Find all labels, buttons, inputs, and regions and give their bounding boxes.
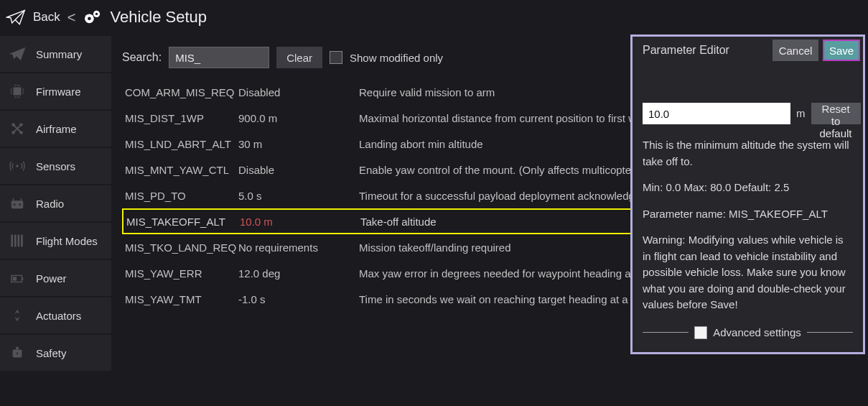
sidebar: Summary Firmware Airframe Sensors Radio … — [0, 36, 111, 372]
save-button[interactable]: Save — [823, 40, 860, 61]
chip-icon — [6, 81, 29, 101]
svg-point-9 — [16, 165, 19, 167]
app-logo-icon — [6, 9, 26, 26]
sidebar-item-sensors[interactable]: Sensors — [0, 148, 111, 184]
editor-description: This is the minimum altitude the system … — [643, 137, 853, 170]
back-link[interactable]: Back — [33, 10, 60, 24]
sidebar-item-summary[interactable]: Summary — [0, 36, 111, 72]
sidebar-item-label: Actuators — [36, 310, 81, 322]
svg-point-3 — [95, 13, 98, 15]
battery-icon — [6, 268, 29, 288]
svg-rect-4 — [14, 88, 22, 96]
page-title: Vehicle Setup — [110, 8, 207, 27]
sidebar-item-flight-modes[interactable]: Flight Modes — [0, 223, 111, 259]
paper-plane-icon — [6, 44, 29, 64]
search-input[interactable] — [169, 47, 269, 68]
parameter-editor-panel: Parameter Editor Cancel Save m Reset to … — [630, 34, 865, 354]
breadcrumb-separator: < — [67, 9, 76, 26]
show-modified-checkbox[interactable] — [330, 51, 342, 64]
sidebar-item-radio[interactable]: Radio — [0, 185, 111, 221]
sidebar-item-label: Airframe — [36, 123, 77, 135]
safety-icon — [6, 343, 29, 363]
svg-point-1 — [88, 17, 92, 21]
sidebar-item-firmware[interactable]: Firmware — [0, 73, 111, 109]
editor-title: Parameter Editor — [643, 44, 768, 57]
editor-body: m Reset to default This is the minimum a… — [633, 64, 863, 341]
sidebar-item-label: Power — [36, 272, 67, 285]
search-label: Search: — [122, 51, 162, 64]
sidebar-item-actuators[interactable]: Actuators — [0, 297, 111, 333]
divider — [807, 332, 853, 333]
sidebar-item-label: Firmware — [36, 86, 81, 98]
show-modified-label: Show modified only — [350, 52, 443, 64]
actuators-icon — [6, 305, 29, 326]
app-header: Back < Vehicle Setup — [0, 0, 868, 34]
unit-label: m — [796, 103, 806, 124]
svg-rect-10 — [11, 200, 24, 208]
svg-point-11 — [14, 203, 17, 206]
sidebar-item-label: Flight Modes — [36, 235, 98, 247]
svg-rect-15 — [13, 277, 17, 281]
sidebar-item-label: Sensors — [36, 160, 75, 172]
sensors-icon — [6, 156, 29, 176]
back-label: Back — [33, 10, 60, 24]
sidebar-item-label: Safety — [36, 347, 67, 359]
cancel-button[interactable]: Cancel — [773, 40, 818, 61]
settings-icon — [83, 9, 103, 25]
svg-point-12 — [19, 203, 22, 206]
clear-button[interactable]: Clear — [276, 47, 322, 68]
divider — [643, 332, 689, 333]
sidebar-item-label: Summary — [36, 48, 82, 60]
sidebar-item-airframe[interactable]: Airframe — [0, 111, 111, 147]
value-input[interactable] — [643, 103, 790, 124]
airframe-icon — [6, 119, 29, 139]
sidebar-item-safety[interactable]: Safety — [0, 335, 111, 371]
svg-rect-14 — [22, 277, 23, 280]
editor-header: Parameter Editor Cancel Save — [633, 37, 863, 64]
editor-param-name: Parameter name: MIS_TAKEOFF_ALT — [643, 206, 853, 223]
editor-warning: Warning: Modifying values while vehicle … — [643, 232, 853, 313]
reset-button[interactable]: Reset to default — [811, 103, 861, 124]
advanced-checkbox[interactable] — [694, 326, 707, 339]
sidebar-item-power[interactable]: Power — [0, 260, 111, 296]
editor-limits: Min: 0.0 Max: 80.0 Default: 2.5 — [643, 180, 853, 196]
radio-icon — [6, 193, 29, 213]
sidebar-item-label: Radio — [36, 198, 64, 210]
svg-rect-17 — [16, 347, 19, 350]
advanced-label: Advanced settings — [713, 325, 801, 341]
advanced-settings-row: Advanced settings — [643, 325, 853, 341]
flight-modes-icon — [6, 231, 29, 251]
